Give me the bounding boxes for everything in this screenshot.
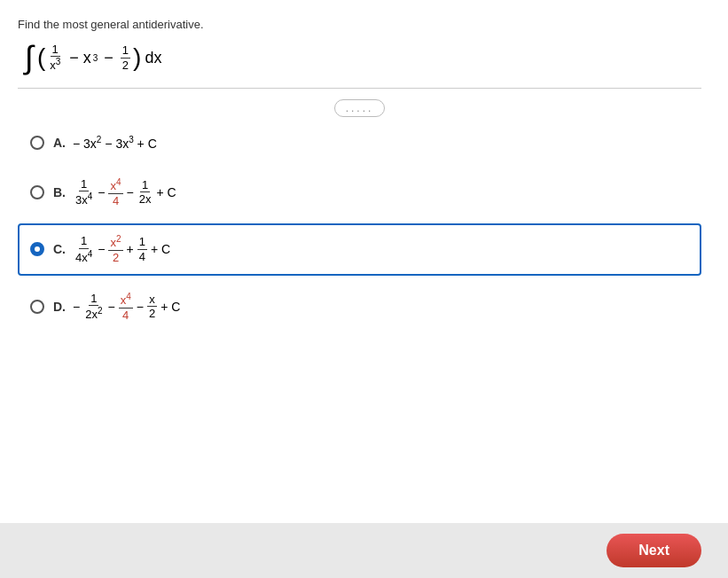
option-c[interactable]: C. 1 4x4 − x2 2 + 1 4 + C (18, 223, 701, 276)
radio-c[interactable] (30, 242, 44, 256)
frac-b-2: x4 4 (108, 177, 122, 208)
integral-expression: ∫ ( 1 x3 − x3 − 1 2 ) dx (25, 42, 701, 74)
label-d: D. (53, 300, 66, 314)
frac-d-1: 1 2x2 (83, 292, 104, 323)
next-button[interactable]: Next (607, 534, 701, 567)
content-b: 1 3x4 − x4 4 − 1 2x + C (73, 177, 176, 208)
main-content: Find the most general antiderivative. ∫ … (0, 0, 728, 523)
frac-d-3: x 2 (147, 293, 157, 321)
dx-text: dx (145, 49, 161, 67)
content-a: − 3x2 − 3x3 + C (73, 135, 157, 151)
dots-container: ..... (18, 99, 701, 117)
option-b[interactable]: B. 1 3x4 − x4 4 − 1 2x + C (18, 167, 701, 219)
frac-c-3: 1 4 (137, 235, 147, 263)
frac-1-x3: 1 x3 (48, 43, 62, 74)
content-c: 1 4x4 − x2 2 + 1 4 + C (73, 234, 170, 265)
open-paren: ( (37, 45, 45, 70)
option-a[interactable]: A. − 3x2 − 3x3 + C (18, 124, 701, 161)
radio-d[interactable] (30, 300, 44, 314)
radio-a[interactable] (30, 136, 44, 150)
label-a: A. (53, 136, 66, 150)
label-b: B. (53, 185, 66, 199)
frac-b-1: 1 3x4 (74, 177, 94, 208)
frac-d-2: x4 4 (119, 292, 133, 323)
content-d: − 1 2x2 − x4 4 − x 2 + C (73, 292, 180, 323)
frac-b-3: 1 2x (137, 178, 153, 207)
radio-b[interactable] (30, 185, 44, 199)
question-label: Find the most general antiderivative. (18, 18, 701, 31)
label-c: C. (53, 242, 66, 256)
footer: Next (0, 523, 728, 578)
frac-c-2: x2 2 (108, 234, 122, 265)
divider-top (18, 88, 701, 89)
integral-sign: ∫ (25, 42, 34, 74)
progress-dots: ..... (334, 99, 386, 117)
frac-1-2: 1 2 (121, 43, 130, 72)
frac-c-1: 1 4x4 (74, 234, 94, 265)
close-paren: ) (133, 45, 141, 70)
option-d[interactable]: D. − 1 2x2 − x4 4 − x 2 + C (18, 281, 701, 333)
